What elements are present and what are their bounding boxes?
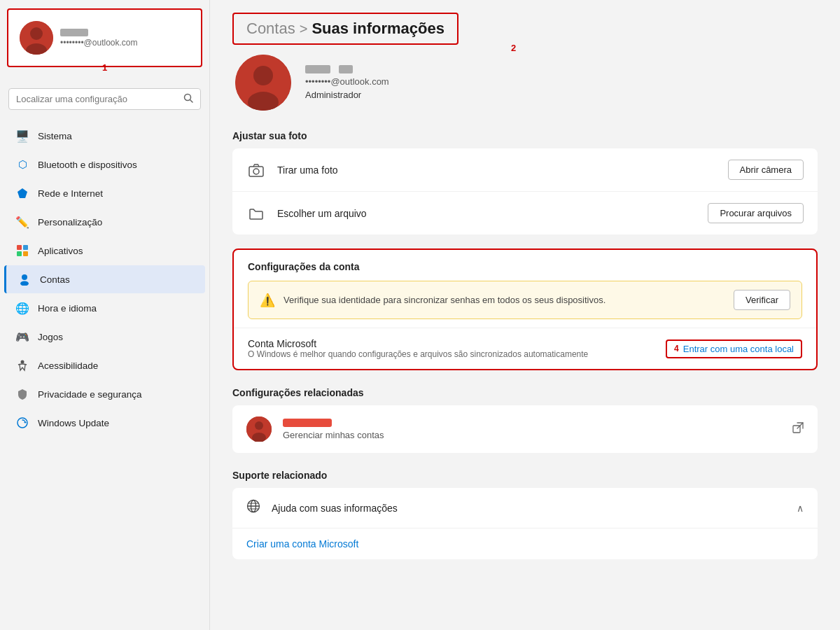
sidebar-item-label: Personalização: [38, 217, 102, 227]
jogos-icon: 🎮: [15, 330, 29, 344]
breadcrumb-separator: >: [300, 21, 308, 37]
bluetooth-icon: ⬡: [15, 158, 29, 172]
manage-accounts-label: Gerenciar minhas contas: [283, 430, 781, 440]
profile-avatar: [235, 55, 291, 111]
support-link-row: Criar uma conta Microsoft: [232, 528, 818, 559]
svg-point-16: [253, 66, 273, 85]
aplicativos-icon: [15, 244, 29, 258]
sidebar: ••••••••@outlook.com 1 🖥️ Sistema ⬡ Blue…: [0, 0, 210, 630]
ms-account-row: Conta Microsoft O Windows é melhor quand…: [234, 328, 816, 369]
related-info: Gerenciar minhas contas: [283, 419, 781, 440]
svg-rect-18: [249, 167, 263, 176]
sidebar-item-sistema[interactable]: 🖥️ Sistema: [4, 122, 205, 150]
avatar: [20, 21, 53, 55]
acessibilidade-icon: [15, 358, 29, 372]
external-link-icon: [792, 422, 804, 436]
breadcrumb-current: Suas informações: [312, 20, 444, 38]
sidebar-item-privacidade[interactable]: Privacidade e segurança: [4, 380, 205, 408]
svg-rect-7: [23, 245, 28, 250]
account-settings-title: Configurações da conta: [248, 261, 802, 272]
warning-icon: ⚠️: [260, 293, 275, 308]
svg-rect-9: [23, 251, 28, 256]
svg-rect-6: [17, 245, 22, 250]
profile-email: ••••••••@outlook.com: [305, 76, 389, 87]
verify-button[interactable]: Verificar: [734, 290, 790, 310]
svg-line-4: [190, 100, 193, 103]
support-section: Suporte relacionado Ajuda com suas infor…: [232, 470, 818, 559]
related-section: Configurações relacionadas Gerenciar min…: [232, 387, 818, 453]
breadcrumb-area: Contas > Suas informações 2: [210, 0, 840, 55]
ms-account-info: Conta Microsoft O Windows é melhor quand…: [248, 338, 659, 359]
annotation-4: 4: [674, 344, 679, 354]
browse-files-button[interactable]: Procurar arquivos: [708, 203, 804, 223]
user-card[interactable]: ••••••••@outlook.com 1: [7, 8, 202, 67]
sidebar-item-personalizacao[interactable]: ✏️ Personalização: [4, 208, 205, 236]
sidebar-item-bluetooth[interactable]: ⬡ Bluetooth e dispositivos: [4, 150, 205, 178]
ms-account-title: Conta Microsoft: [248, 338, 659, 349]
user-name: [60, 29, 88, 36]
svg-point-11: [20, 281, 29, 286]
open-camera-button[interactable]: Abrir câmera: [728, 160, 804, 180]
profile-details: ••••••••@outlook.com Administrador: [305, 65, 389, 100]
related-section-title: Configurações relacionadas: [232, 387, 818, 398]
sidebar-item-label: Acessibilidade: [38, 360, 98, 371]
warning-banner: ⚠️ Verifique sua identidade para sincron…: [248, 281, 802, 319]
choose-file-row: Escolher um arquivo Procurar arquivos: [232, 192, 818, 234]
local-account-button[interactable]: Entrar com uma conta local: [683, 344, 794, 354]
globe-icon: [246, 499, 260, 517]
account-settings-section: Configurações da conta ⚠️ Verifique sua …: [232, 248, 818, 370]
contas-icon: [18, 272, 31, 286]
sidebar-item-contas[interactable]: Contas: [4, 265, 205, 293]
svg-point-19: [253, 169, 259, 174]
camera-icon: [246, 160, 266, 180]
search-input[interactable]: [16, 94, 178, 104]
personalizacao-icon: ✏️: [15, 215, 29, 229]
sidebar-item-label: Privacidade e segurança: [38, 389, 142, 400]
sidebar-item-acessibilidade[interactable]: Acessibilidade: [4, 351, 205, 379]
ms-account-sub: O Windows é melhor quando configurações …: [248, 349, 659, 359]
related-name-block: [283, 419, 332, 427]
svg-marker-14: [24, 421, 27, 423]
sidebar-item-label: Bluetooth e dispositivos: [38, 160, 137, 170]
privacidade-icon: [15, 387, 29, 401]
svg-point-1: [30, 27, 43, 40]
take-photo-label: Tirar uma foto: [277, 164, 717, 176]
annotation-2: 2: [511, 43, 516, 53]
support-section-title: Suporte relacionado: [232, 470, 818, 481]
sidebar-item-label: Aplicativos: [38, 246, 83, 256]
svg-point-12: [21, 360, 24, 364]
take-photo-row: Tirar uma foto Abrir câmera: [232, 148, 818, 192]
support-card: Ajuda com suas informações ∧ Criar uma c…: [232, 488, 818, 559]
photo-section-title: Ajustar sua foto: [232, 130, 818, 141]
related-card[interactable]: Gerenciar minhas contas: [232, 405, 818, 453]
breadcrumb: Contas > Suas informações: [232, 13, 458, 45]
svg-point-10: [22, 274, 27, 280]
sidebar-item-rede[interactable]: Rede e Internet: [4, 179, 205, 207]
local-account-link-box: 4 Entrar com uma conta local: [666, 340, 802, 358]
nav-list: 🖥️ Sistema ⬡ Bluetooth e dispositivos Re…: [0, 118, 209, 630]
profile-name-row: [305, 65, 389, 74]
windowsupdate-icon: [15, 416, 29, 430]
svg-marker-5: [18, 188, 27, 198]
chevron-up-icon: ∧: [797, 503, 804, 514]
annotation-1: 1: [102, 62, 107, 73]
search-icon: [183, 93, 193, 105]
sidebar-item-hora[interactable]: 🌐 Hora e idioma: [4, 294, 205, 322]
sidebar-item-label: Sistema: [38, 131, 72, 141]
related-avatar: [246, 416, 272, 442]
support-help-label: Ajuda com suas informações: [272, 503, 785, 514]
create-account-link[interactable]: Criar uma conta Microsoft: [246, 538, 358, 550]
profile-name-block1: [305, 65, 330, 74]
sidebar-item-aplicativos[interactable]: Aplicativos: [4, 237, 205, 265]
photo-card: Tirar uma foto Abrir câmera Escolher um …: [232, 148, 818, 234]
support-header[interactable]: Ajuda com suas informações ∧: [232, 488, 818, 528]
svg-rect-8: [17, 251, 22, 256]
sidebar-item-label: Hora e idioma: [38, 303, 97, 314]
sidebar-item-windowsupdate[interactable]: Windows Update: [4, 409, 205, 437]
sistema-icon: 🖥️: [15, 129, 29, 143]
user-email: ••••••••@outlook.com: [60, 38, 138, 48]
breadcrumb-parent: Contas: [246, 20, 295, 38]
profile-section: ••••••••@outlook.com Administrador: [232, 55, 818, 111]
search-box[interactable]: [8, 88, 201, 110]
sidebar-item-jogos[interactable]: 🎮 Jogos: [4, 323, 205, 351]
